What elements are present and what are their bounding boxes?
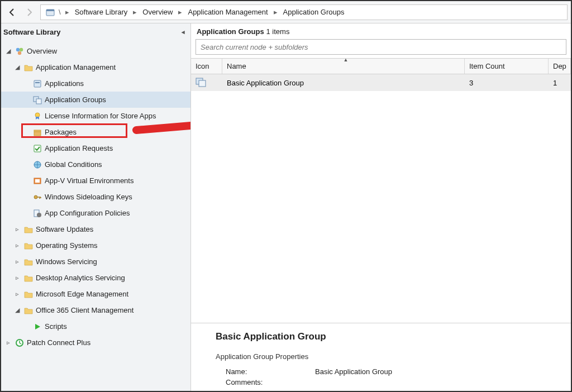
detail-heading: Basic Application Group [216,331,561,342]
tree-node-office365[interactable]: ◢ Office 365 Client Management [1,302,190,318]
collapse-sidebar-icon[interactable]: ◂ [182,28,185,36]
sort-indicator-icon: ▲ [344,57,349,63]
tree-label: Application Requests [45,144,113,152]
tree-node-windows-servicing[interactable]: ▹ Windows Servicing [1,254,190,270]
breadcrumb-item[interactable]: Application Management [185,7,270,17]
tree-node-edge-management[interactable]: ▹ Microsoft Edge Management [1,286,190,302]
tree-label: Microsoft Edge Management [36,290,128,298]
folder-icon [23,63,34,73]
folder-icon [23,289,34,299]
chevron-right-icon: ▸ [273,8,279,16]
tree-node-operating-systems[interactable]: ▹ Operating Systems [1,237,190,254]
tree-label: Packages [45,128,77,136]
svg-point-17 [37,213,41,217]
svg-rect-5 [34,80,41,87]
tree-node-app-config[interactable]: · App Configuration Policies [1,205,190,221]
row-item-count: 3 [465,79,549,87]
grid-header: Icon ▲ Name Item Count Dep [191,58,571,74]
tree-label: Software Updates [36,225,93,233]
tree-node-packages[interactable]: · Packages [1,124,190,140]
address-bar: \ ▸ Software Library ▸ Overview ▸ Applic… [1,1,571,23]
list-heading: Application Groups 1 items [191,23,571,37]
home-icon [45,7,55,17]
back-button[interactable] [4,4,20,20]
tree-node-app-management[interactable]: ◢ Application Management [1,59,190,75]
column-icon[interactable]: Icon [191,59,222,74]
tree-label: Operating Systems [36,241,98,250]
column-name[interactable]: ▲ Name [222,59,465,74]
column-name-label: Name [227,62,246,70]
tree-node-desktop-analytics[interactable]: ▹ Desktop Analytics Servicing [1,270,190,286]
tree-node-global-conditions[interactable]: · Global Conditions [1,156,190,173]
folder-icon [23,273,34,283]
patch-connect-icon [15,338,25,348]
tree-label: Patch Connect Plus [27,338,90,347]
column-item-count[interactable]: Item Count [465,59,549,74]
folder-icon [23,224,34,235]
row-dep: 1 [549,79,571,87]
key-icon [32,192,42,202]
applications-icon [32,79,42,89]
folder-icon [23,241,34,251]
license-icon [32,111,42,121]
tree-node-overview[interactable]: ◢ Overview [1,43,190,59]
svg-point-15 [34,195,37,199]
packages-icon [32,127,42,137]
grid-empty-area [191,91,571,323]
column-dep[interactable]: Dep [549,59,571,74]
chevron-right-icon: ▸ [132,8,138,16]
svg-rect-10 [34,130,41,136]
detail-panel: Basic Application Group Application Grou… [191,323,571,391]
config-policies-icon [32,208,42,218]
sidebar-title-label: Software Library [3,28,61,36]
nav-tree: ◢ Overview ◢ Application Management · Ap… [1,41,190,353]
folder-icon [23,305,34,315]
tree-label: Overview [27,47,57,55]
tree-label: Desktop Analytics Servicing [36,274,125,282]
tree-node-software-updates[interactable]: ▹ Software Updates [1,221,190,237]
row-name: Basic Application Group [222,79,465,87]
tree-label: Applications [45,79,84,88]
tree-node-appv[interactable]: · App-V Virtual Environments [1,173,190,189]
sidebar: Software Library ◂ ◢ Overview ◢ Applicat… [1,23,191,391]
tree-node-scripts[interactable]: · Scripts [1,318,190,334]
tree-label: License Information for Store Apps [45,112,156,120]
application-groups-icon [32,95,42,105]
forward-button[interactable] [21,4,37,20]
svg-rect-1 [46,9,54,11]
row-icon [191,77,222,89]
tree-node-patch-connect[interactable]: ▹ Patch Connect Plus [1,334,190,351]
table-row[interactable]: Basic Application Group 3 1 [191,74,571,91]
prop-name-label: Name: [226,367,315,376]
svg-rect-14 [35,179,40,183]
tree-label: Application Management [36,63,116,71]
breadcrumb-item[interactable]: Application Groups [281,7,347,17]
breadcrumb[interactable]: \ ▸ Software Library ▸ Overview ▸ Applic… [40,4,568,20]
appv-icon [32,176,42,186]
svg-rect-8 [36,99,41,104]
tree-node-applications[interactable]: · Applications [1,75,190,92]
tree-label: Application Groups [45,95,106,104]
tree-node-application-groups[interactable]: · Application Groups [1,92,190,108]
global-conditions-icon [32,160,42,170]
list-title: Application Groups [197,27,264,36]
tree-label: Office 365 Client Management [36,306,134,314]
breadcrumb-item[interactable]: Software Library [73,7,130,17]
list-count: 1 items [266,27,290,36]
tree-node-license-info[interactable]: · License Information for Store Apps [1,108,190,124]
prop-comments-label: Comments: [226,378,315,386]
sidebar-title: Software Library ◂ [1,23,190,41]
tree-node-sideloading[interactable]: · Windows Sideloading Keys [1,189,190,205]
tree-label: Scripts [45,322,67,331]
chevron-right-icon: ▸ [64,8,70,16]
svg-point-9 [35,113,40,117]
detail-section-title: Application Group Properties [216,352,561,361]
chevron-right-icon: ▸ [177,8,183,16]
search-input[interactable] [196,39,566,55]
main-panel: Application Groups 1 items Icon ▲ Name I… [191,23,571,391]
breadcrumb-item[interactable]: Overview [140,7,175,17]
svg-rect-11 [34,145,41,152]
folder-icon [23,257,34,267]
svg-rect-20 [199,80,206,87]
tree-node-app-requests[interactable]: · Application Requests [1,140,190,156]
